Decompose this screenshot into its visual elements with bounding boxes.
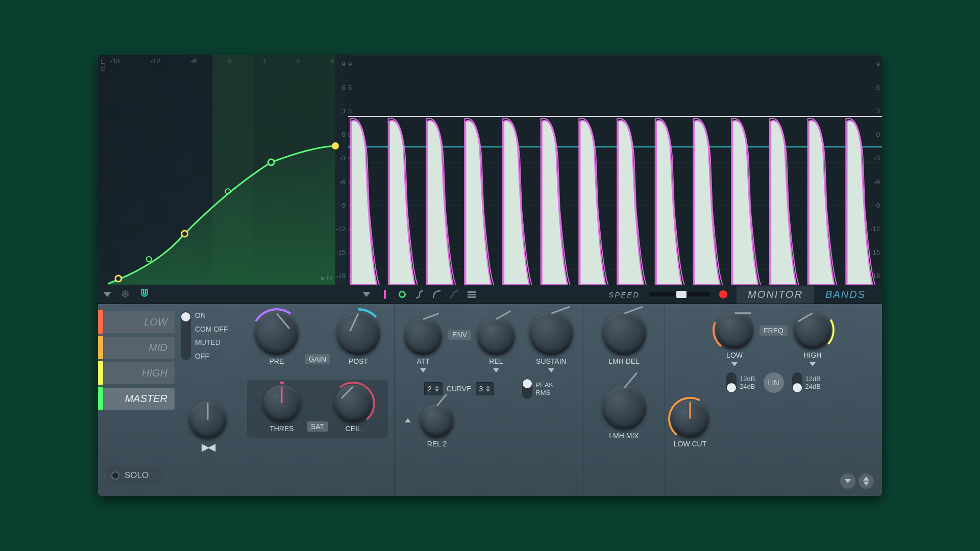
curve-shape-selector — [380, 289, 477, 299]
svg-point-13 — [331, 382, 375, 425]
band-tab-master[interactable]: MASTER — [98, 387, 175, 410]
band-selector: LOW MID HIGH MASTER SOLO — [98, 304, 175, 496]
svg-point-15 — [791, 308, 835, 352]
svg-point-6 — [146, 257, 152, 262]
ceiling-knob[interactable] — [334, 385, 372, 422]
band-tab-low[interactable]: LOW — [98, 310, 175, 334]
state-panel: ON COM OFF MUTED OFF ▶◀ — [175, 304, 241, 496]
shape-line-icon[interactable] — [380, 289, 390, 299]
shape-circle-icon[interactable] — [397, 289, 407, 299]
env-label: ENV — [448, 330, 471, 340]
lmh-panel: LMH DEL LMH MIX — [583, 304, 665, 496]
display-area: OUT -18 -12 -6 0 3 6 9 9 6 3 0 -3 -6 -9 … — [98, 55, 882, 285]
solo-indicator-icon — [111, 471, 119, 480]
rel2-collapse-icon[interactable] — [405, 418, 411, 422]
high-expand-icon[interactable] — [810, 362, 816, 366]
envelope-display[interactable]: 9 6 3 0 -3 -6 -9 -12 -15 -18 9 6 3 0 -3 … — [348, 55, 882, 285]
lmh-delay-knob[interactable] — [602, 311, 646, 355]
low-cut-knob[interactable] — [671, 400, 709, 438]
transfer-curve-svg — [98, 55, 348, 285]
low-freq-knob[interactable] — [716, 311, 753, 349]
svg-point-10 — [252, 308, 302, 358]
release-expand-icon[interactable] — [493, 368, 499, 372]
attack-knob[interactable] — [404, 317, 442, 355]
record-button[interactable] — [719, 290, 727, 298]
page-nav — [840, 473, 874, 489]
envelope-panel: ATT ENV REL SUSTAIN 2 — [394, 304, 583, 496]
high-freq-knob[interactable] — [794, 311, 831, 349]
nav-down-button[interactable] — [840, 473, 855, 489]
high-slope-switch[interactable] — [792, 372, 802, 393]
pre-gain-knob[interactable] — [255, 311, 299, 355]
linear-phase-button[interactable]: LIN — [764, 372, 784, 393]
svg-point-4 — [268, 159, 274, 165]
speed-label: SPEED — [608, 290, 640, 299]
sustain-knob[interactable] — [529, 311, 573, 355]
lmh-mix-knob[interactable] — [602, 386, 646, 430]
speed-slider[interactable] — [649, 292, 710, 296]
in-axis-label: ▶ IN — [321, 275, 332, 282]
stereo-link-icon: ▶◀ — [202, 441, 214, 453]
shape-scurve1-icon[interactable] — [414, 289, 425, 299]
stereo-sep-knob[interactable] — [189, 401, 227, 439]
peak-rms-switch[interactable] — [522, 379, 532, 399]
maximus-plugin-window: OUT -18 -12 -6 0 3 6 9 9 6 3 0 -3 -6 -9 … — [98, 55, 882, 496]
gain-sat-panel: PRE GAIN POST THRES — [241, 304, 394, 496]
controls-area: LOW MID HIGH MASTER SOLO — [98, 304, 882, 496]
attack-expand-icon[interactable] — [420, 368, 426, 372]
transfer-curve-display[interactable]: OUT -18 -12 -6 0 3 6 9 9 6 3 0 -3 -6 -9 … — [98, 55, 348, 285]
snap-icon[interactable] — [139, 288, 150, 301]
solo-button[interactable]: SOLO — [106, 466, 162, 485]
release2-knob[interactable] — [420, 404, 454, 438]
post-gain-knob[interactable] — [336, 311, 380, 355]
wave-options-dropdown[interactable] — [362, 292, 371, 297]
toolbar: ❄ SPEED MONITOR BANDS — [98, 285, 882, 304]
svg-point-14 — [713, 308, 756, 352]
svg-point-2 — [115, 276, 121, 282]
svg-point-11 — [334, 309, 382, 357]
bands-tab[interactable]: BANDS — [814, 286, 877, 304]
low-expand-icon[interactable] — [731, 362, 738, 366]
band-tab-high[interactable]: HIGH — [98, 361, 175, 385]
view-tabs: MONITOR BANDS — [737, 286, 877, 304]
gain-label: GAIN — [305, 354, 330, 364]
shape-scurve3-icon[interactable] — [449, 289, 459, 299]
band-tab-mid[interactable]: MID — [98, 336, 175, 359]
threshold-knob[interactable] — [263, 385, 301, 422]
shape-scurve2-icon[interactable] — [432, 289, 442, 299]
sat-label: SAT — [307, 421, 328, 432]
freeze-icon[interactable]: ❄ — [120, 288, 130, 301]
shape-hold-icon[interactable] — [467, 289, 477, 299]
envelope-svg — [348, 55, 882, 285]
release-curve-spinner[interactable]: 3 — [476, 382, 494, 395]
band-state-switch[interactable] — [181, 311, 191, 360]
crossover-panel: LOW FREQ HIGH 12dB — [665, 304, 882, 496]
low-slope-switch[interactable] — [726, 372, 737, 393]
freq-label: FREQ — [760, 325, 788, 336]
release-knob[interactable] — [477, 317, 515, 355]
curve-options-dropdown[interactable] — [103, 292, 111, 297]
monitor-tab[interactable]: MONITOR — [737, 286, 814, 304]
sustain-expand-icon[interactable] — [548, 368, 554, 372]
nav-updown-button[interactable] — [859, 473, 874, 489]
svg-point-3 — [182, 231, 188, 237]
attack-curve-spinner[interactable]: 2 — [424, 382, 443, 395]
svg-point-5 — [332, 143, 338, 149]
